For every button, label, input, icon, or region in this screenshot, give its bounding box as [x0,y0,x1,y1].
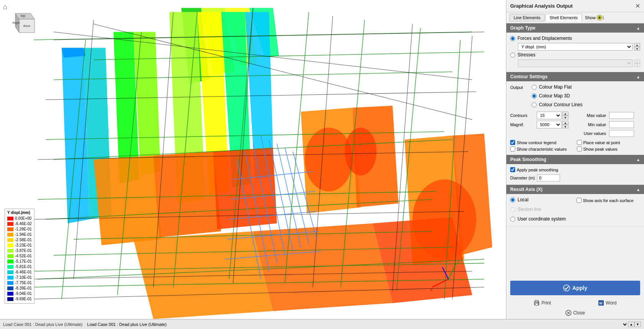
close-label: Close [573,310,585,316]
eye-icon [596,14,605,21]
svg-text:top: top [21,14,26,18]
colour-3d-radio[interactable] [532,94,537,99]
peak-smoothing-header[interactable]: Peak Smoothing ▲ [506,155,644,164]
tab-line-elements[interactable]: Line Elements [509,14,545,21]
svg-marker-21 [153,151,221,237]
graph-type-title: Graph Type [510,25,536,31]
local-radio[interactable] [510,197,515,202]
graph-type-chevron: ▲ [636,26,640,30]
colour-flat-row: Colour Map Flat [532,84,582,90]
legend-item: -7.75E-01 [7,280,32,286]
show-axis-checkbox[interactable] [577,198,582,203]
local-label[interactable]: Local [518,197,529,202]
apply-smoothing-label[interactable]: Apply peak smoothing [517,168,558,172]
right-panel: Graphical Analysis Output ✕ Line Element… [506,0,644,319]
magnif-spinner: ▲ ▼ [562,121,568,128]
magnif-label: Magnif. [510,122,534,127]
status-up[interactable]: ▲ [628,322,634,327]
show-contour-legend-label[interactable]: Show contour legend [517,140,556,145]
legend-item: -9.69E-01 [7,296,32,302]
stresses-spinner: ▲ ▼ [634,59,640,67]
magnif-up[interactable]: ▲ [562,121,568,125]
color-legend: Y displ.(mm) 0.00E+00-6.46E-02-1.29E-01-… [5,209,34,304]
forces-label[interactable]: Forces and Displacements [518,36,572,41]
scene-svg: x y [0,0,506,319]
tabs-row: Line Elements Shell Elements Show [506,12,644,23]
min-value-input[interactable] [609,121,634,128]
show-peak-label[interactable]: Show peak values [583,147,618,151]
svg-point-86 [598,16,601,19]
forces-radio[interactable] [510,36,515,41]
word-icon: W [598,300,604,306]
close-panel-button[interactable]: ✕ [635,2,640,10]
viewport: ⌂ top Right Back [0,0,506,319]
svg-text:W: W [599,301,603,305]
colour-flat-label[interactable]: Colour Map Flat [539,84,572,90]
peak-smoothing-chevron: ▲ [636,158,640,162]
result-axis-header[interactable]: Result Axis (X) ▲ [506,185,644,194]
graph-type-body: Forces and Displacements Y displ. (mm) X… [506,33,644,72]
apply-smoothing-checkbox[interactable] [510,167,515,172]
magnif-select[interactable]: 5000 1000 2000 10000 [537,121,562,128]
contours-up[interactable]: ▲ [562,112,568,115]
print-button[interactable]: Print [531,298,554,308]
stresses-radio[interactable] [510,53,515,58]
max-value-input[interactable] [609,112,634,119]
place-value-label[interactable]: Place value at point [583,140,620,145]
show-label: Show [585,15,596,20]
svg-text:Back: Back [23,24,31,28]
section-line-radio [510,207,515,212]
magnif-down[interactable]: ▼ [562,125,568,128]
contours-down[interactable]: ▼ [562,115,568,119]
panel-title: Graphical Analysis Output [510,3,573,9]
show-characteristic-checkbox[interactable] [510,146,515,151]
colour-3d-label[interactable]: Colour Map 3D [539,93,570,99]
result-axis-title: Result Axis (X) [510,187,542,192]
close-circle-icon [565,310,572,316]
show-characteristic-label[interactable]: Show characteristic values [517,147,567,151]
diameter-input[interactable] [537,174,560,181]
stresses-select [518,59,632,67]
contours-select[interactable]: 15 10 20 [537,112,562,119]
stresses-label[interactable]: Stresses [518,52,536,58]
svg-marker-22 [213,148,277,229]
show-axis-item: Show axis for each surface [577,198,634,203]
user-values-input[interactable] [609,130,634,137]
word-button[interactable]: W Word [595,298,619,308]
show-axis-label[interactable]: Show axis for each surface [583,198,634,203]
contour-settings-header[interactable]: Contour Settings ▲ [506,72,644,81]
colour-3d-row: Colour Map 3D [532,93,582,99]
user-coord-label[interactable]: User coordinate system [518,216,566,222]
tab-shell-elements[interactable]: Shell Elements [545,14,582,21]
close-button[interactable]: Close [565,310,585,316]
forces-radio-row: Forces and Displacements [510,36,640,41]
legend-item: 0.00E+00 [7,216,32,221]
graph-type-header[interactable]: Graph Type ▲ [506,23,644,33]
svg-rect-89 [535,303,538,305]
user-values-label: User values [578,131,606,136]
svg-text:Right: Right [13,21,20,25]
apply-check-icon [563,285,570,291]
displacement-select[interactable]: Y displ. (mm) X displ. (mm) Z displ. (mm… [518,43,632,51]
contour-settings-title: Contour Settings [510,74,547,79]
show-contour-legend-checkbox[interactable] [510,140,515,145]
status-dropdown[interactable]: Load Case 001 : Dead plus Live (Ultimate… [85,322,628,327]
displacement-up[interactable]: ▲ [634,43,640,47]
stresses-up: ▲ [634,59,640,63]
colour-lines-radio[interactable] [532,102,537,107]
show-peak-checkbox[interactable] [577,146,582,151]
svg-point-26 [345,128,376,176]
apply-button[interactable]: Apply [510,281,640,295]
peak-smoothing-title: Peak Smoothing [510,157,546,162]
status-down[interactable]: ▼ [634,322,641,327]
contour-settings-chevron: ▲ [636,75,640,79]
displacement-down[interactable]: ▼ [634,47,640,51]
legend-item: -3.23E-01 [7,243,32,248]
place-value-checkbox[interactable] [577,140,582,145]
print-label: Print [541,300,551,306]
user-coord-radio[interactable] [510,217,515,222]
colour-flat-radio[interactable] [532,85,537,90]
colour-lines-label[interactable]: Colour Contour Lines [539,102,582,107]
home-icon[interactable]: ⌂ [3,3,7,11]
legend-item: -9.04E-01 [7,291,32,296]
